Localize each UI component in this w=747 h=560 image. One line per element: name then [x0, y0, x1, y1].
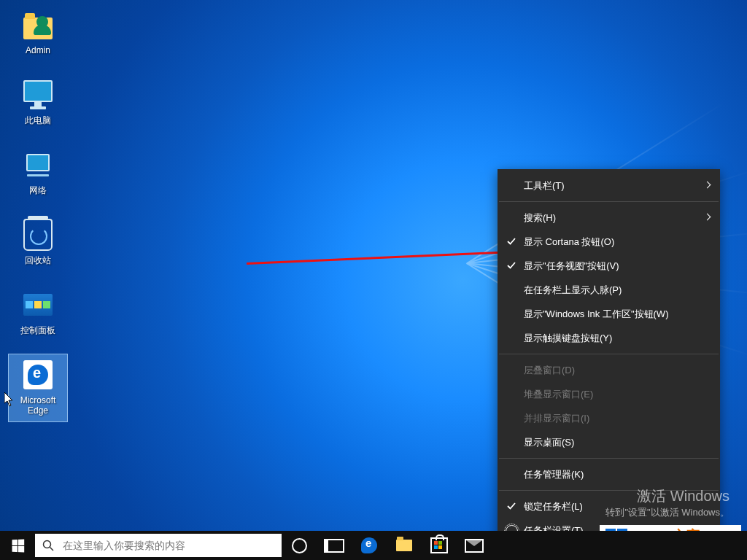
taskbar-search[interactable]: [35, 534, 282, 557]
menu-item-label: 显示 Cortana 按钮(O): [524, 236, 614, 249]
icon-label: Admin: [26, 45, 50, 55]
desktop[interactable]: Admin 此电脑 网络 回收站 控制面板 Microsoft Edge 工具栏…: [0, 0, 747, 560]
menu-item[interactable]: 在任务栏上显示人脉(P): [498, 278, 720, 302]
watermark-subtitle: 转到"设置"以激活 Windows。: [605, 506, 729, 519]
mail-icon: [465, 539, 484, 553]
pc-icon: [23, 80, 53, 109]
menu-item-label: 工具栏(T): [524, 179, 565, 192]
control-panel-icon: [23, 294, 53, 316]
menu-item-label: 任务管理器(K): [524, 468, 584, 481]
menu-item: 并排显示窗口(I): [498, 406, 720, 430]
desktop-icon-admin[interactable]: Admin: [9, 4, 67, 71]
cortana-icon: [292, 538, 307, 553]
menu-item-label: 显示"任务视图"按钮(V): [524, 260, 619, 273]
activation-watermark: 激活 Windows 转到"设置"以激活 Windows。: [605, 486, 729, 519]
desktop-icon-recycle-bin[interactable]: 回收站: [9, 214, 67, 281]
taskbar-edge[interactable]: [352, 531, 387, 560]
check-icon: [506, 236, 516, 246]
menu-item: 层叠窗口(D): [498, 358, 720, 382]
task-view-icon: [324, 539, 344, 553]
menu-separator: [499, 354, 719, 354]
desktop-icon-edge[interactable]: Microsoft Edge: [9, 354, 67, 421]
menu-item-label: 显示触摸键盘按钮(Y): [524, 332, 612, 345]
cortana-button[interactable]: [282, 531, 317, 560]
icon-label: Microsoft Edge: [20, 395, 56, 416]
icon-label: 回收站: [25, 255, 51, 265]
menu-item[interactable]: 工具栏(T): [498, 174, 720, 198]
menu-item-label: 显示桌面(S): [524, 436, 574, 449]
menu-item-label: 堆叠显示窗口(E): [524, 388, 593, 401]
menu-separator: [499, 201, 719, 202]
windows-logo-icon: [12, 539, 24, 552]
menu-item: 堆叠显示窗口(E): [498, 382, 720, 406]
taskbar-explorer[interactable]: [387, 531, 422, 560]
check-icon: [506, 501, 516, 511]
menu-item-label: 并排显示窗口(I): [524, 412, 589, 425]
menu-item[interactable]: 显示"Windows Ink 工作区"按钮(W): [498, 302, 720, 326]
watermark-title: 激活 Windows: [605, 486, 729, 506]
menu-item-label: 搜索(H): [524, 211, 556, 225]
icon-label: 控制面板: [20, 325, 55, 335]
taskbar-mail[interactable]: [457, 531, 492, 560]
search-input[interactable]: [61, 534, 268, 557]
icon-label: 网络: [29, 185, 47, 195]
start-button[interactable]: [0, 531, 35, 560]
store-icon: [430, 537, 448, 553]
check-icon: [506, 260, 516, 271]
menu-separator: [499, 458, 719, 459]
taskbar[interactable]: [0, 531, 747, 560]
icon-label: 此电脑: [25, 115, 51, 125]
folder-icon: [23, 18, 53, 39]
menu-item-label: 在任务栏上显示人脉(P): [524, 284, 622, 297]
menu-item-label: 层叠窗口(D): [524, 364, 575, 377]
chevron-right-icon: [704, 182, 711, 189]
desktop-icons: Admin 此电脑 网络 回收站 控制面板 Microsoft Edge: [9, 4, 67, 424]
chevron-right-icon: [704, 214, 711, 221]
menu-item-label: 显示"Windows Ink 工作区"按钮(W): [524, 308, 668, 321]
network-icon: [26, 154, 50, 176]
desktop-icon-network[interactable]: 网络: [9, 144, 67, 211]
menu-item[interactable]: 搜索(H): [498, 206, 720, 230]
menu-item[interactable]: 显示 Cortana 按钮(O): [498, 230, 720, 254]
svg-point-0: [44, 541, 51, 548]
edge-icon: [23, 360, 53, 389]
task-view-button[interactable]: [317, 531, 352, 560]
edge-icon: [361, 537, 377, 553]
folder-icon: [396, 540, 412, 551]
taskbar-store[interactable]: [422, 531, 457, 560]
desktop-icon-control-panel[interactable]: 控制面板: [9, 284, 67, 351]
desktop-icon-this-pc[interactable]: 此电脑: [9, 74, 67, 141]
menu-item[interactable]: 显示触摸键盘按钮(Y): [498, 326, 720, 350]
svg-line-1: [50, 548, 54, 551]
menu-item[interactable]: 显示桌面(S): [498, 430, 720, 454]
menu-item-label: 锁定任务栏(L): [524, 500, 583, 513]
menu-item[interactable]: 显示"任务视图"按钮(V): [498, 254, 720, 278]
menu-item[interactable]: 任务管理器(K): [498, 462, 720, 486]
recycle-bin-icon: [23, 219, 53, 251]
search-icon: [35, 534, 61, 557]
